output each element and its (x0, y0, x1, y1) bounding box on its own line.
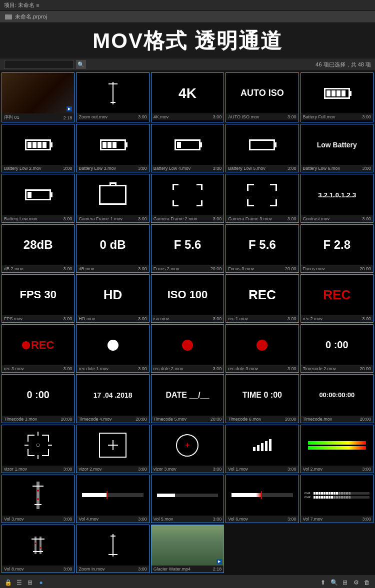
grid-item[interactable]: RECrec 1.mov3:00 (226, 274, 298, 323)
item-name: iso.mov (154, 316, 169, 321)
item-name: Focus 2.mov (154, 266, 180, 271)
grid-item[interactable]: TIME 0 :00Timecode 6.mov20:00 (226, 374, 298, 423)
grid-item[interactable]: 0 :00Timecode 2.mov20:00 (300, 324, 374, 373)
grid-item[interactable]: Battery Low 3.mov3:00 (76, 124, 149, 172)
grid-item[interactable]: 00:00:00:00Timecode.mov20:00 (300, 374, 374, 423)
grid-item[interactable]: Vol 2.mov3:00 (300, 425, 374, 473)
item-duration: 3:00 (64, 216, 72, 221)
grid-item[interactable]: + vizor 3.mov3:00 (151, 425, 224, 473)
grid-item[interactable]: 0 dBdB.mov3:00 (76, 224, 149, 273)
file-tab: 未命名.prproj (0, 11, 375, 23)
media-grid: ▶ 序列 012:18 Zoom out.mov3:004K4K.mov3:00… (0, 71, 375, 575)
grid-bottom-icon[interactable]: ⊞ (341, 579, 349, 587)
grid-item[interactable]: ISO 100iso.mov3:00 (151, 274, 224, 323)
grid-view-icon[interactable]: ⊞ (26, 579, 34, 587)
grid-item[interactable]: Zoom in.mov3:00 (76, 525, 149, 573)
arrow-icon[interactable]: ⬆ (319, 579, 327, 587)
search-button[interactable]: 🔍 (76, 60, 86, 69)
search-bottom-icon[interactable]: 🔍 (330, 579, 338, 587)
item-duration: 3:00 (213, 166, 222, 171)
item-name: rec 1.mov (228, 316, 248, 321)
grid-item[interactable]: Vol 1.mov3:00 (226, 425, 298, 473)
trash-icon[interactable]: 🗑 (363, 579, 371, 587)
grid-item[interactable]: 4K4K.mov3:00 (151, 72, 224, 122)
grid-item[interactable]: CH1 CH2 Vol 7.mov3:00 (300, 475, 374, 523)
grid-item[interactable]: 3..2..1..0..1..2..3Contrast.mov3:00 (300, 174, 374, 222)
grid-item[interactable]: F 2.8Focus.mov20:00 (300, 224, 374, 273)
grid-item[interactable]: ▶ 序列 012:18 (2, 72, 74, 122)
grid-item[interactable]: rec dote 3.mov3:00 (226, 324, 298, 373)
item-name: Vol 8.mov (4, 567, 24, 572)
lock-icon[interactable]: 🔒 (4, 579, 12, 587)
item-name: Contrast.mov (303, 216, 330, 221)
item-name: vizor 3.mov (154, 467, 176, 472)
item-duration: 3:00 (288, 366, 296, 371)
item-name: Timecode 3.mov (4, 417, 37, 422)
grid-item[interactable]: 28dBdB 2.mov3:00 (2, 224, 74, 273)
grid-item[interactable]: Vol 4.mov3:00 (76, 475, 149, 523)
list-view-icon[interactable]: ☰ (15, 579, 23, 587)
item-count: 46 项已选择，共 48 项 (316, 61, 371, 68)
bottom-toolbar: 🔒 ☰ ⊞ ● ⬆ 🔍 ⊞ ⚙ 🗑 (0, 575, 375, 588)
grid-item[interactable]: Battery Full.mov3:00 (300, 72, 374, 122)
grid-item[interactable]: Vol 8.mov3:00 (2, 525, 74, 573)
grid-item[interactable]: RECrec 2.mov3:00 (300, 274, 374, 323)
item-duration: 3:00 (138, 517, 147, 522)
grid-item[interactable]: Vol 3.mov3:00 (2, 475, 74, 523)
item-duration: 3:00 (362, 166, 371, 171)
item-duration: 3:00 (362, 517, 371, 522)
item-name: Vol 7.mov (303, 517, 323, 522)
item-name: Glacier Water.mp4 (154, 567, 190, 572)
grid-item[interactable]: AUTO ISOAUTO ISO.mov3:00 (226, 72, 298, 122)
grid-item[interactable]: HDHD.mov3:00 (76, 274, 149, 323)
grid-item[interactable]: Low BatteryBattery Low 6.mov3:00 (300, 124, 374, 172)
grid-item[interactable]: Zoom out.mov3:00 (76, 72, 149, 122)
search-bar: 🔍 46 项已选择，共 48 项 (0, 58, 375, 71)
grid-item[interactable]: vizor 1.mov3:00 (2, 425, 74, 473)
circle-icon[interactable]: ● (37, 579, 45, 587)
item-duration: 20:00 (136, 417, 147, 422)
item-duration: 2:18 (64, 115, 72, 120)
search-input[interactable] (4, 60, 74, 69)
item-name: FPS.mov (4, 316, 22, 321)
grid-item[interactable]: Battery Low 2.mov3:00 (2, 124, 74, 172)
grid-item[interactable]: Vol 6.mov3:00 (226, 475, 298, 523)
item-duration: 3:00 (64, 316, 72, 321)
grid-item[interactable]: REC rec 3.mov3:00 (2, 324, 74, 373)
grid-item[interactable]: Battery Low.mov3:00 (2, 174, 74, 222)
item-duration: 3:00 (138, 166, 147, 171)
item-name: Vol 1.mov (228, 467, 248, 472)
grid-item[interactable]: rec dote 1.mov3:00 (76, 324, 149, 373)
grid-item[interactable]: Vol 5.mov3:00 (151, 475, 224, 523)
settings-icon[interactable]: ⚙ (352, 579, 360, 587)
grid-item[interactable]: ▶ Glacier Water.mp42:18 (151, 525, 224, 573)
grid-item[interactable]: Camera Frame 3.mov3:00 (226, 174, 298, 222)
grid-item[interactable]: Camera Frame 1.mov3:00 (76, 174, 149, 222)
item-name: Battery Full.mov (303, 114, 336, 119)
item-duration: 3:00 (362, 216, 371, 221)
item-duration: 20:00 (61, 417, 72, 422)
item-duration: 3:00 (138, 266, 147, 271)
grid-item[interactable]: Battery Low 4.mov3:00 (151, 124, 224, 172)
grid-item[interactable]: FPS 30FPS.mov3:00 (2, 274, 74, 323)
item-duration: 3:00 (288, 216, 296, 221)
grid-item[interactable]: 0 :00Timecode 3.mov20:00 (2, 374, 74, 423)
item-name: rec dote 2.mov (154, 366, 184, 371)
grid-item[interactable]: Battery Low 5.mov3:00 (226, 124, 298, 172)
item-name: AUTO ISO.mov (228, 114, 259, 119)
item-duration: 3:00 (288, 166, 296, 171)
grid-item[interactable]: DATE __/__Timecode 5.mov20:00 (151, 374, 224, 423)
grid-item[interactable]: rec dote 2.mov3:00 (151, 324, 224, 373)
item-duration: 20:00 (360, 366, 371, 371)
grid-item[interactable]: Camera Frame 2.mov3:00 (151, 174, 224, 222)
grid-item[interactable]: 17 .04 .2018Timecode 4.mov20:00 (76, 374, 149, 423)
main-title: MOV格式 透明通道 (0, 23, 375, 58)
grid-item[interactable]: F 5.6Focus 2.mov20:00 (151, 224, 224, 273)
item-name: rec dote 3.mov (228, 366, 258, 371)
grid-item[interactable]: F 5.6Focus 3.mov20:00 (226, 224, 298, 273)
item-duration: 3:00 (213, 517, 222, 522)
item-duration: 20:00 (210, 417, 222, 422)
item-duration: 3:00 (362, 467, 371, 472)
grid-item[interactable]: vizor 2.mov3:00 (76, 425, 149, 473)
filename: 未命名.prproj (15, 13, 47, 20)
